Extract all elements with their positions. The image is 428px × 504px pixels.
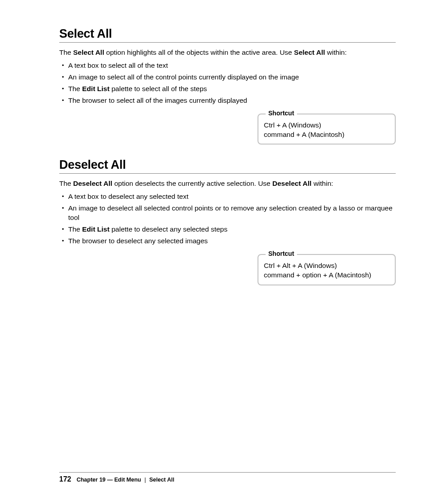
text: The [68,225,82,233]
text: The [68,85,82,92]
list-item: The Edit List palette to select all of t… [59,84,396,94]
heading-deselect-all: Deselect All [59,158,396,174]
page-footer: 172 Chapter 19 — Edit Menu | Select All [59,472,396,483]
bullet-list: A text box to select all of the text An … [59,61,396,105]
text: option highlights all of the objects wit… [104,48,294,56]
bold-term: Deselect All [272,180,311,187]
bullet-list: A text box to deselect any selected text… [59,192,396,246]
text: within: [311,180,333,187]
list-item: The browser to select all of the images … [59,96,396,105]
list-item: The browser to deselect any selected ima… [59,237,396,246]
shortcut-windows: Ctrl + A (Windows) [264,121,390,130]
shortcut-box-deselect-all: Shortcut Ctrl + Alt + A (Windows) comman… [258,254,396,285]
bold-term: Select All [294,48,325,56]
list-item: A text box to deselect any selected text [59,192,396,202]
list-item: An image to deselect all selected contro… [59,204,396,223]
heading-select-all: Select All [59,27,396,43]
bold-term: Edit List [82,225,109,233]
shortcut-windows: Ctrl + Alt + A (Windows) [264,261,390,271]
text: within: [325,48,347,56]
bold-term: Deselect All [73,180,112,187]
list-item: The Edit List palette to deselect any se… [59,225,396,234]
bold-term: Edit List [82,85,109,92]
intro-deselect-all: The Deselect All option deselects the cu… [59,179,396,188]
shortcut-container: Shortcut Ctrl + Alt + A (Windows) comman… [59,254,396,285]
chapter-name: Chapter 19 — Edit Menu [77,477,141,483]
separator: | [144,477,146,483]
topic-name: Select All [149,477,175,483]
text: palette to deselect any selected steps [109,225,227,233]
list-item: An image to select all of the control po… [59,73,396,82]
intro-select-all: The Select All option highlights all of … [59,48,396,57]
list-item: A text box to select all of the text [59,61,396,70]
footer-breadcrumb: Chapter 19 — Edit Menu | Select All [77,477,175,483]
shortcut-box-select-all: Shortcut Ctrl + A (Windows) command + A … [258,114,396,145]
shortcut-label: Shortcut [266,250,297,257]
page-number: 172 [59,475,71,483]
section-deselect-all: Deselect All The Deselect All option des… [59,158,396,285]
shortcut-mac: command + option + A (Macintosh) [264,271,390,280]
text: option deselects the currently active se… [112,180,272,187]
bold-term: Select All [73,48,104,56]
text: The [59,48,73,56]
section-select-all: Select All The Select All option highlig… [59,27,396,145]
text: The [59,180,73,187]
shortcut-label: Shortcut [266,110,297,117]
text: palette to select all of the steps [109,85,207,92]
shortcut-container: Shortcut Ctrl + A (Windows) command + A … [59,114,396,145]
shortcut-mac: command + A (Macintosh) [264,130,390,140]
